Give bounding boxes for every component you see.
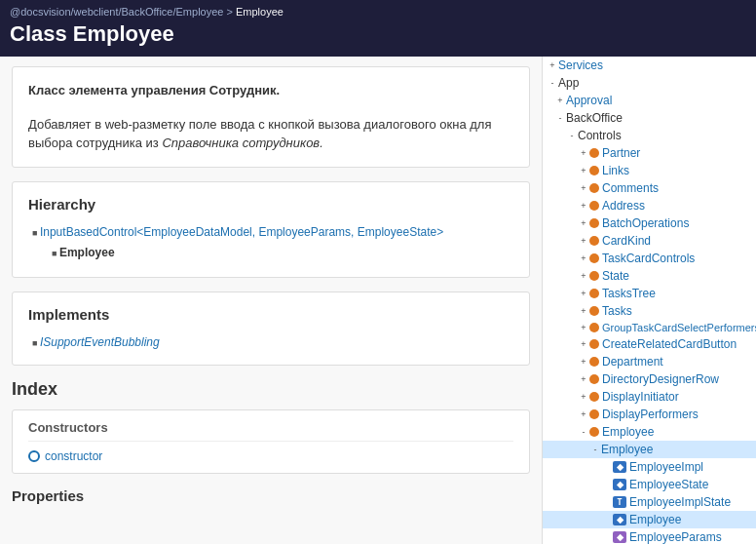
sidebar-item-createrelated[interactable]: + CreateRelatedCardButton (543, 335, 756, 353)
sidebar-item-comments[interactable]: + Comments (543, 179, 756, 197)
sidebar-item-employeeimplstate[interactable]: + T EmployeeImplState (543, 493, 756, 511)
constructor-icon (28, 450, 40, 462)
toggle-partner[interactable]: + (578, 147, 589, 159)
breadcrumb-url: @docsvision/webclient/BackOffice/Employe… (10, 6, 223, 18)
toggle-createrelated[interactable]: + (578, 338, 589, 350)
sidebar-item-department[interactable]: + Department (543, 353, 756, 370)
toggle-state[interactable]: + (578, 270, 589, 282)
toggle-displayinitiator[interactable]: + (578, 391, 589, 403)
implements-box: Implements ISupportEventBubbling (12, 291, 530, 366)
sidebar-item-tasks[interactable]: + Tasks (543, 302, 756, 320)
hierarchy-list: InputBasedControl<EmployeeDataModel, Emp… (28, 222, 513, 263)
breadcrumb-current: Employee (236, 6, 284, 18)
toggle-taskstree[interactable]: + (578, 288, 589, 299)
toggle-batchops[interactable]: + (578, 217, 589, 229)
toggle-employee-l3[interactable]: - (578, 426, 589, 438)
breadcrumb: @docsvision/webclient/BackOffice/Employe… (10, 6, 746, 18)
sidebar-item-displayinitiator[interactable]: + DisplayInitiator (543, 388, 756, 406)
constructor-link[interactable]: constructor (28, 449, 513, 463)
employeestate-icon: ◆ (613, 479, 626, 490)
sidebar-item-address[interactable]: + Address (543, 197, 756, 214)
sidebar-item-controls[interactable]: - Controls (543, 127, 756, 144)
implements-list: ISupportEventBubbling (28, 332, 513, 351)
sidebar-item-app[interactable]: - App (543, 74, 756, 92)
header: @docsvision/webclient/BackOffice/Employe… (0, 0, 756, 57)
employeeimpl-icon: ◆ (613, 461, 626, 473)
implements-title: Implements (28, 306, 513, 323)
sidebar-item-cardkind[interactable]: + CardKind (543, 232, 756, 250)
employeeimplstate-icon: T (613, 496, 626, 508)
partner-icon (589, 148, 599, 158)
toggle-grouptask[interactable]: + (578, 322, 589, 333)
content-area: Класс элемента управления Сотрудник. Доб… (0, 57, 542, 544)
comments-icon (589, 183, 599, 193)
toggle-cardkind[interactable]: + (578, 235, 589, 247)
hierarchy-parent[interactable]: InputBasedControl<EmployeeDataModel, Emp… (32, 222, 513, 263)
sidebar-item-taskstree[interactable]: + TasksTree (543, 285, 756, 302)
employeeparams-icon: ◆ (613, 531, 626, 543)
grouptask-icon (589, 323, 599, 332)
toggle-address[interactable]: + (578, 200, 589, 212)
toggle-controls[interactable]: - (566, 130, 578, 141)
department-icon (589, 357, 599, 367)
sidebar-item-employee-l5[interactable]: + ◆ Employee (543, 511, 756, 528)
toggle-taskcardcontrols[interactable]: + (578, 253, 589, 264)
sidebar-item-employee-l4[interactable]: - Employee (543, 441, 756, 458)
sidebar-item-employeestate[interactable]: + ◆ EmployeeState (543, 476, 756, 493)
sidebar-item-dirdesrow[interactable]: + DirectoryDesignerRow (543, 370, 756, 388)
hierarchy-title: Hierarchy (28, 196, 513, 213)
toggle-employee-l4[interactable]: - (589, 444, 601, 455)
sidebar-item-displayperformers[interactable]: + DisplayPerformers (543, 406, 756, 423)
toggle-backoffice[interactable]: - (554, 112, 566, 124)
employee-l5-icon: ◆ (613, 514, 626, 525)
toggle-services[interactable]: + (547, 59, 558, 71)
sidebar-item-employeeparams[interactable]: + ◆ EmployeeParams (543, 528, 756, 544)
taskstree-icon (589, 289, 599, 298)
page-title: Class Employee (10, 21, 746, 47)
state-icon (589, 271, 599, 281)
employee-l3-icon (589, 427, 599, 437)
links-icon (589, 166, 599, 175)
displayinitiator-icon (589, 392, 599, 402)
sidebar-item-batchops[interactable]: + BatchOperations (543, 214, 756, 232)
toggle-dirdesrow[interactable]: + (578, 373, 589, 385)
sidebar-item-employeeimpl[interactable]: + ◆ EmployeeImpl (543, 458, 756, 476)
displayperformers-icon (589, 409, 599, 419)
hierarchy-child: Employee (52, 243, 513, 261)
dirdesrow-icon (589, 374, 599, 384)
batchops-icon (589, 218, 599, 228)
toggle-tasks[interactable]: + (578, 305, 589, 317)
sidebar-item-taskcardcontrols[interactable]: + TaskCardControls (543, 250, 756, 267)
sidebar-item-services[interactable]: + Services (543, 57, 756, 74)
sidebar-item-employee-l3[interactable]: - Employee (543, 423, 756, 441)
constructors-box: Constructors constructor (12, 409, 530, 474)
toggle-approval[interactable]: + (554, 95, 566, 106)
description-line1: Класс элемента управления Сотрудник. (28, 81, 513, 100)
sidebar-item-links[interactable]: + Links (543, 162, 756, 179)
toggle-app[interactable]: - (547, 77, 558, 89)
properties-title: Properties (12, 487, 530, 504)
constructors-title: Constructors (28, 420, 513, 442)
taskcardcontrols-icon (589, 253, 599, 263)
hierarchy-box: Hierarchy InputBasedControl<EmployeeData… (12, 181, 530, 278)
toggle-links[interactable]: + (578, 165, 589, 176)
sidebar-item-partner[interactable]: + Partner (543, 144, 756, 162)
sidebar-item-approval[interactable]: + Approval (543, 92, 756, 109)
sidebar-item-state[interactable]: + State (543, 267, 756, 285)
sidebar-item-backoffice[interactable]: - BackOffice (543, 109, 756, 127)
index-title: Index (12, 379, 530, 400)
createrelated-icon (589, 339, 599, 349)
main-layout: Класс элемента управления Сотрудник. Доб… (0, 57, 756, 544)
address-icon (589, 201, 599, 211)
sidebar-item-grouptask[interactable]: + GroupTaskCardSelectPerformers (543, 320, 756, 335)
implements-item[interactable]: ISupportEventBubbling (32, 332, 513, 351)
tasks-icon (589, 306, 599, 316)
description-line2: Добавляет в web-разметку поле ввода с кн… (28, 115, 513, 153)
toggle-department[interactable]: + (578, 356, 589, 368)
toggle-displayperformers[interactable]: + (578, 408, 589, 420)
toggle-comments[interactable]: + (578, 182, 589, 194)
description-box: Класс элемента управления Сотрудник. Доб… (12, 66, 530, 168)
sidebar: + Services - App + Approval - BackOffice… (542, 57, 756, 544)
cardkind-icon (589, 236, 599, 246)
